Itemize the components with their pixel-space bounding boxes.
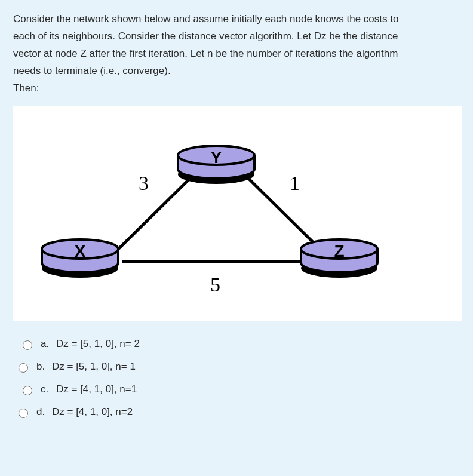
option-d[interactable]: d. Dz = [4, 1, 0], n=2: [16, 406, 462, 418]
option-a-letter: a.: [41, 338, 56, 350]
option-b-letter: b.: [36, 361, 52, 373]
question-line-2: each of its neighbours. Consider the dis…: [13, 30, 398, 42]
question-text: Consider the network shown below and ass…: [13, 11, 462, 97]
option-c-text: Dz = [4, 1, 0], n=1: [56, 383, 137, 395]
edge-weight-xz: 5: [210, 274, 220, 296]
node-x: X: [38, 235, 122, 280]
node-z-label: Z: [297, 242, 381, 261]
option-d-radio[interactable]: [19, 409, 28, 418]
option-b[interactable]: b. Dz = [5, 1, 0], n= 1: [16, 361, 462, 373]
option-a-radio[interactable]: [23, 340, 32, 350]
node-z: Z: [297, 235, 381, 280]
option-d-letter: d.: [36, 406, 52, 418]
question-line-1: Consider the network shown below and ass…: [13, 13, 398, 24]
option-b-radio[interactable]: [19, 363, 28, 373]
network-diagram: Y X Z: [19, 112, 401, 315]
option-b-text: Dz = [5, 1, 0], n= 1: [52, 361, 136, 373]
option-d-text: Dz = [4, 1, 0], n=2: [52, 406, 133, 418]
question-line-4: needs to terminate (i.e., converge).: [13, 65, 171, 76]
network-diagram-container: Y X Z: [13, 106, 462, 321]
option-c-letter: c.: [41, 383, 56, 395]
question-line-5: Then:: [13, 82, 39, 94]
question-line-3: vector at node Z after the first iterati…: [13, 48, 398, 59]
node-y: Y: [174, 141, 258, 186]
edge-weight-xy: 3: [139, 172, 149, 195]
option-c[interactable]: c. Dz = [4, 1, 0], n=1: [20, 383, 462, 395]
node-y-label: Y: [174, 148, 258, 167]
node-x-label: X: [38, 242, 122, 261]
option-c-radio[interactable]: [23, 386, 32, 395]
options-group: a. Dz = [5, 1, 0], n= 2 b. Dz = [5, 1, 0…: [13, 338, 462, 418]
edge-weight-yz: 1: [290, 172, 300, 195]
option-a-text: Dz = [5, 1, 0], n= 2: [56, 338, 140, 350]
option-a[interactable]: a. Dz = [5, 1, 0], n= 2: [20, 338, 462, 350]
